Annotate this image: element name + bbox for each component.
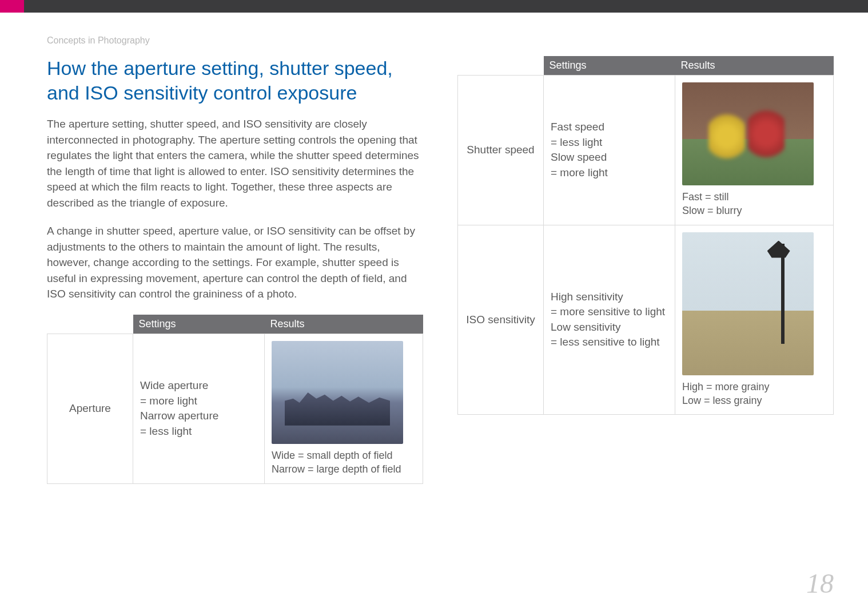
aperture-results: Wide = small depth of fieldNarrow = larg… <box>265 334 423 484</box>
row-shutter: Shutter speed Fast speed= less lightSlow… <box>458 76 834 225</box>
page-number: 18 <box>806 568 834 599</box>
header-settings: Settings <box>133 315 265 334</box>
row-aperture: Aperture Wide aperture= more lightNarrow… <box>47 334 423 484</box>
header-settings: Settings <box>544 56 675 76</box>
row-label-shutter: Shutter speed <box>458 76 544 225</box>
page-content: Concepts in Photography How the aperture… <box>0 13 868 615</box>
page-title: How the aperture setting, shutter speed,… <box>47 56 423 105</box>
aperture-settings: Wide aperture= more lightNarrow aperture… <box>133 334 265 484</box>
exposure-table-left: Settings Results Aperture Wide aperture=… <box>47 315 423 484</box>
header-blank <box>47 315 133 334</box>
row-label-aperture: Aperture <box>47 334 133 484</box>
aperture-example-image <box>272 341 403 444</box>
row-iso: ISO sensitivity High sensitivity= more s… <box>458 225 834 415</box>
iso-caption: High = more grainyLow = less grainy <box>682 380 826 408</box>
row-label-iso: ISO sensitivity <box>458 225 544 415</box>
iso-results: High = more grainyLow = less grainy <box>675 225 834 415</box>
exposure-table-right: Settings Results Shutter speed Fast spee… <box>457 56 834 415</box>
shutter-caption: Fast = stillSlow = blurry <box>682 190 826 218</box>
aperture-caption: Wide = small depth of fieldNarrow = larg… <box>272 449 416 477</box>
accent-tab <box>0 0 24 13</box>
intro-paragraph-2: A change in shutter speed, aperture valu… <box>47 223 423 302</box>
table-header-row: Settings Results <box>47 315 423 334</box>
right-column: Settings Results Shutter speed Fast spee… <box>457 56 834 484</box>
intro-paragraph-1: The aperture setting, shutter speed, and… <box>47 116 423 211</box>
table-header-row: Settings Results <box>458 56 834 76</box>
breadcrumb: Concepts in Photography <box>47 35 868 46</box>
shutter-settings: Fast speed= less lightSlow speed= more l… <box>544 76 675 225</box>
shutter-example-image <box>682 82 814 185</box>
two-column-layout: How the aperture setting, shutter speed,… <box>0 56 868 484</box>
left-column: How the aperture setting, shutter speed,… <box>47 56 423 484</box>
iso-settings: High sensitivity= more sensitive to ligh… <box>544 225 675 415</box>
header-blank <box>458 56 544 76</box>
top-bar <box>0 0 868 13</box>
header-results: Results <box>265 315 423 334</box>
iso-example-image <box>682 232 814 375</box>
header-results: Results <box>675 56 834 76</box>
shutter-results: Fast = stillSlow = blurry <box>675 76 834 225</box>
